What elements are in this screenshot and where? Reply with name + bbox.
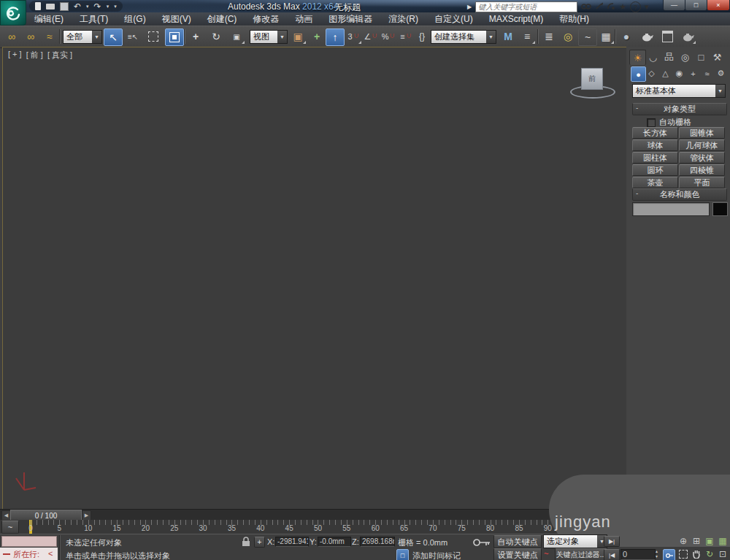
key-filters-button[interactable]: 关键点过滤器... [555,548,607,560]
object-type-button[interactable]: 平面 [679,177,725,188]
menu-item[interactable]: MAXScript(M) [481,12,552,26]
selection-set-dropdown[interactable]: 选定对象 ▼ [543,534,607,548]
maximize-button[interactable]: □ [685,0,707,11]
mirror-button[interactable]: M [499,28,517,45]
menu-item[interactable]: 图形编辑器 [320,12,380,26]
close-button[interactable]: × [707,0,730,11]
view-cube[interactable]: 前 [570,68,614,100]
object-type-button[interactable]: 圆柱体 [632,152,678,164]
rollout-object-type[interactable]: - 对象类型 [632,103,727,115]
y-coordinate-field[interactable]: -0.0mm [318,537,351,547]
key-filter-curve-icon[interactable]: ~ [544,549,548,558]
select-and-move-button[interactable]: + [187,28,204,45]
dropdown-arrow-icon[interactable]: ▼ [277,31,287,43]
schematic-view-button[interactable]: ▦ [597,28,615,45]
maxscript-mini-listener[interactable]: 所在行: < [0,548,58,560]
viewport-shading-menu[interactable]: [ 真实 ] [47,50,72,61]
menu-item[interactable]: 组(G) [116,12,153,26]
snap-toggle-3d-button[interactable]: 3∩ [345,28,362,45]
zoom-extents-button[interactable]: ▣ [704,535,715,546]
named-selection-set-dropdown[interactable]: 创建选择集 ▼ [431,30,496,44]
rendered-frame-window-button[interactable] [658,28,676,45]
light-lister-button[interactable]: ◎ [559,28,577,45]
infocenter-expand-icon[interactable]: ▶ [467,4,472,10]
pan-view-button[interactable] [691,548,702,559]
category-systems[interactable]: ⚙ [714,66,728,80]
object-type-button[interactable]: 几何球体 [679,139,725,151]
select-and-scale-button[interactable]: ▣ [228,28,245,45]
spinner-up-icon[interactable]: ▲ [655,549,658,554]
zoom-extents-all-button[interactable]: ▦ [717,535,729,546]
tab-hierarchy[interactable]: 品 [661,50,677,64]
auto-key-button[interactable]: 自动关键点 [493,535,542,548]
undo-flyout-caret[interactable]: ▾ [86,1,89,12]
object-type-button[interactable]: 茶壶 [632,177,678,188]
select-by-name-button[interactable]: ≡↖ [124,28,142,45]
select-object-button[interactable]: ↖ [104,28,123,46]
material-editor-button[interactable]: ● [618,28,635,45]
new-file-button[interactable] [35,1,41,12]
rollout-name-color[interactable]: - 名称和颜色 [632,188,727,201]
reference-coordinate-dropdown[interactable]: 视图 ▼ [250,30,288,44]
time-slider-right-arrow[interactable]: ▶ [82,510,91,521]
set-key-button[interactable]: 设置关键点 [493,548,542,560]
x-coordinate-field[interactable]: -2981.941m [275,537,309,547]
autogrid-checkbox[interactable] [647,118,656,127]
angle-snap-toggle[interactable]: ∠∩ [362,28,380,45]
category-geometry[interactable]: ● [631,66,646,82]
select-and-link-icon[interactable]: ∞ [3,28,20,45]
render-setup-button[interactable] [638,28,656,45]
unlink-selection-icon[interactable]: ∞ [22,28,39,45]
maxscript-scroll-arrow[interactable]: < [48,549,53,558]
curve-editor-button[interactable]: ~ [578,28,597,46]
rectangular-selection-region-button[interactable] [145,28,162,45]
menu-item[interactable]: 工具(T) [72,12,116,26]
go-to-start-button[interactable]: |◀ [604,549,620,560]
category-space-warps[interactable]: ≈ [700,66,714,80]
add-time-tag[interactable]: 添加时间标记 [412,551,461,560]
go-to-end-button[interactable]: ▶| [604,536,620,547]
select-and-manipulate-button[interactable]: + [308,28,326,45]
menu-item[interactable]: 动画 [287,12,320,26]
object-color-swatch[interactable] [712,202,728,216]
viewport-general-menu[interactable]: [ + ] [8,50,22,61]
menu-item[interactable]: 创建(C) [199,12,245,26]
viewport-pov-menu[interactable]: [ 前 ] [26,50,43,61]
category-helpers[interactable]: + [686,66,700,80]
tab-utilities[interactable]: ⚒ [710,50,725,64]
maxscript-macro-recorder[interactable] [1,536,57,547]
spinner-down-icon[interactable]: ▼ [655,554,658,559]
category-lights[interactable]: △ [658,66,672,80]
maximize-viewport-toggle[interactable]: ⊡ [717,548,729,559]
qat-customize-caret[interactable]: ▾ [114,1,117,12]
selection-lock-toggle[interactable] [242,537,250,548]
help-flyout-caret[interactable]: ▾ [645,2,649,12]
tab-modify[interactable]: ◡ [645,50,661,64]
absolute-transform-toggle[interactable]: + [254,537,265,548]
menu-item[interactable]: 自定义(U) [426,12,481,26]
edit-named-selection-sets-button[interactable]: {} [413,28,431,45]
zoom-region-button[interactable] [677,548,689,559]
use-pivot-point-center-button[interactable]: ▣ [289,28,307,45]
viewcube-front-face[interactable]: 前 [581,68,603,90]
frame-spinner[interactable]: ▲ ▼ [655,549,658,559]
object-type-button[interactable]: 四棱锥 [679,164,725,176]
help-icon[interactable]: ? [630,1,641,12]
align-button[interactable]: ≡ [518,28,536,45]
satellite-dish-icon[interactable] [607,2,615,12]
zoom-button[interactable]: ⊕ [677,535,689,546]
tab-display[interactable]: □ [694,50,709,64]
isolate-selection-toggle[interactable]: □ [396,549,409,560]
search-binoculars-icon[interactable] [581,3,591,12]
minimize-button[interactable]: — [663,0,685,11]
communication-wrench-icon[interactable] [595,2,603,12]
select-and-rotate-button[interactable]: ↻ [207,28,225,45]
object-type-button[interactable]: 管状体 [679,152,725,164]
open-file-button[interactable] [46,1,55,12]
dropdown-arrow-icon[interactable]: ▼ [92,31,101,43]
category-cameras[interactable]: ◉ [672,66,686,80]
redo-button[interactable]: ↷ [94,1,101,12]
menu-item[interactable]: 渲染(R) [380,12,426,26]
save-file-button[interactable] [60,1,69,12]
object-type-button[interactable]: 圆锥体 [679,127,725,139]
